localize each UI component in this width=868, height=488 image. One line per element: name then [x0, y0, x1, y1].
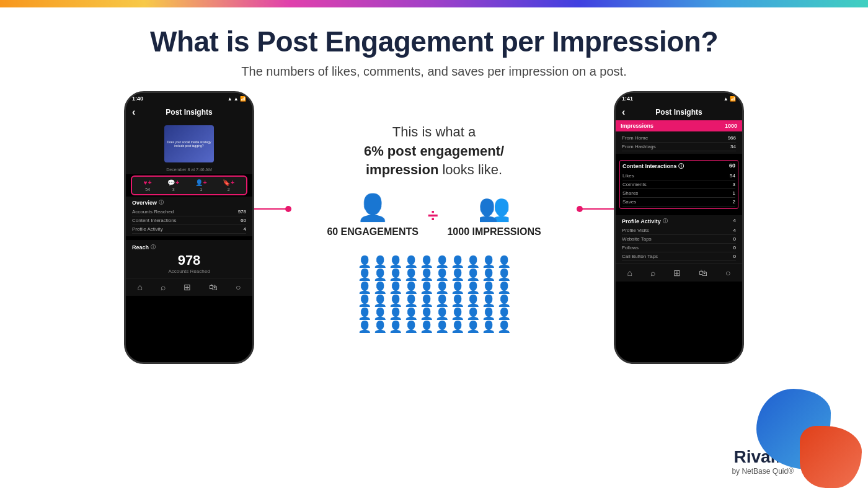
person-grid-icon-27: 👤	[466, 282, 480, 293]
stat-label-accounts: Accounts Reached	[132, 209, 174, 215]
right-time: 1:41	[622, 95, 633, 102]
content-interactions-value: 60	[729, 162, 735, 171]
person-grid-icon-6: 👤	[451, 256, 464, 267]
post-date: December 8 at 7:46 AM	[166, 167, 212, 172]
right-search-icon[interactable]: ⌕	[650, 268, 655, 278]
add-nav-icon[interactable]: ⊞	[184, 282, 191, 292]
saves-count: 2	[228, 187, 230, 192]
profile-nav-icon[interactable]: ○	[236, 282, 241, 292]
website-taps-value: 0	[733, 236, 736, 242]
right-home-icon[interactable]: ⌂	[627, 268, 632, 278]
stat-value-accounts: 978	[238, 209, 246, 215]
person-grid-icon-20: 👤	[358, 282, 371, 293]
left-phone-screen: 1:40 ▲ ▲ 📶 ‹ Post Insights Does your soc…	[126, 93, 252, 362]
blob-red	[800, 426, 862, 488]
left-phone: 1:40 ▲ ▲ 📶 ‹ Post Insights Does your soc…	[124, 91, 254, 364]
person-grid-icon-49: 👤	[497, 308, 511, 319]
reach-label: Reach ⓘ	[132, 244, 246, 251]
person-grid-icon-37: 👤	[466, 295, 480, 306]
person-grid-icon-18: 👤	[482, 269, 495, 280]
person-grid-icon-57: 👤	[466, 321, 480, 332]
plus-icon3: +	[203, 179, 207, 186]
right-nav: ‹ Post Insights	[616, 104, 742, 120]
left-time: 1:40	[132, 95, 143, 102]
person-grid-icon-10: 👤	[358, 269, 371, 280]
content-interactions-header: Content Interactions ⓘ 60	[622, 162, 735, 171]
infographic-row: 👤 60 ENGAGEMENTS ÷ 👥 1000 IMPRESSIONS	[327, 192, 541, 237]
person-grid-icon-7: 👤	[466, 256, 480, 267]
person-grid-icon-34: 👤	[420, 295, 433, 306]
saves-label: Saves	[622, 199, 636, 205]
person-grid-icon-11: 👤	[373, 269, 387, 280]
connector-dot-left	[285, 206, 291, 212]
person-grid-icon-4: 👤	[420, 256, 433, 267]
right-phone: 1:41 ▲ 📶 ‹ Post Insights Impressions 100…	[614, 91, 744, 364]
call-button-value: 0	[733, 254, 736, 259]
shop-nav-icon[interactable]: 🛍	[209, 282, 218, 292]
from-hashtags-row: From Hashtags 34	[622, 143, 736, 151]
back-arrow-icon[interactable]: ‹	[132, 107, 135, 118]
person-grid-icon-31: 👤	[373, 295, 387, 306]
search-nav-icon[interactable]: ⌕	[161, 282, 166, 292]
eng-comments: 💬 + 3	[167, 179, 179, 192]
right-add-icon[interactable]: ⊞	[673, 268, 681, 278]
comments-count: 3	[172, 187, 175, 192]
reach-info-icon: ⓘ	[151, 244, 156, 251]
stat-value-profile: 4	[244, 226, 246, 232]
eng-saves: 🔖 + 2	[223, 179, 234, 192]
divider-symbol: ÷	[428, 205, 438, 226]
engagements-group: 👤 60 ENGAGEMENTS	[327, 192, 418, 237]
shares-value: 1	[733, 190, 735, 196]
top-gradient-bar	[0, 0, 868, 7]
reach-sub-label: Accounts Reached	[132, 268, 246, 274]
person-grid-icon-38: 👤	[482, 295, 495, 306]
person-grid-icon-21: 👤	[373, 282, 387, 293]
from-home-value: 966	[728, 135, 736, 141]
bookmark-icon: 🔖	[223, 179, 230, 186]
post-image: Does your social media strategy include …	[164, 125, 214, 162]
left-phone-container: 1:40 ▲ ▲ 📶 ‹ Post Insights Does your soc…	[124, 91, 254, 364]
impression-stats-section: From Home 966 From Hashtags 34	[616, 131, 742, 154]
profile-visits-row: Profile Visits 4	[622, 226, 736, 235]
person-grid-icon-35: 👤	[435, 295, 449, 306]
call-button-label: Call Button Taps	[622, 254, 658, 259]
person-grid-icon-8: 👤	[482, 256, 495, 267]
person-grid-icon-47: 👤	[466, 308, 480, 319]
person-pink-large-icon: 👤	[356, 192, 389, 223]
engagements-label: 60 ENGAGEMENTS	[327, 226, 418, 237]
right-phone-container: 1:41 ▲ 📶 ‹ Post Insights Impressions 100…	[614, 91, 744, 364]
shares-row: Shares 1	[622, 189, 735, 198]
center-content: This is what a 6% post engagement/ impre…	[291, 123, 577, 332]
from-hashtags-label: From Hashtags	[622, 144, 656, 149]
person-grid-icon-48: 👤	[482, 308, 495, 319]
person-grid-icon-2: 👤	[389, 256, 402, 267]
person-grid-icon-0: 👤	[358, 256, 371, 267]
person-grid-icon-25: 👤	[435, 282, 449, 293]
likes-row: Likes 54	[622, 172, 735, 180]
right-back-arrow-icon[interactable]: ‹	[622, 107, 625, 118]
left-bottom-nav: ⌂ ⌕ ⊞ 🛍 ○	[126, 278, 252, 296]
right-shop-icon[interactable]: 🛍	[699, 268, 707, 278]
profile-activity-label: Profile Activity ⓘ	[622, 218, 668, 224]
person-grid-icon-33: 👤	[404, 295, 418, 306]
plus-icon2: +	[175, 179, 179, 186]
stat-label-content: Content Interactions	[132, 218, 177, 223]
stat-row-content-interactions: Content Interactions 60	[132, 216, 246, 225]
likes-label: Likes	[622, 173, 634, 179]
profile-activity-header: Profile Activity ⓘ 4	[622, 218, 736, 226]
impressions-label: 1000 IMPRESSIONS	[447, 226, 541, 237]
stat-row-profile-activity: Profile Activity 4	[132, 225, 246, 234]
person-grid-icon-23: 👤	[404, 282, 418, 293]
eng-likes: ♥ + 54	[144, 179, 152, 192]
person-grid-icon-9: 👤	[497, 256, 511, 267]
follows-row: Follows 0	[622, 244, 736, 252]
main-heading: What is Post Engagement per Impression?	[0, 25, 868, 58]
person-grid-icon-13: 👤	[404, 269, 418, 280]
right-profile-icon[interactable]: ○	[725, 268, 730, 278]
description-bold: 6% post engagement/	[364, 143, 504, 159]
heart-icon: ♥	[144, 179, 148, 186]
call-button-row: Call Button Taps 0	[622, 252, 736, 261]
home-nav-icon[interactable]: ⌂	[138, 282, 143, 292]
right-status-bar: 1:41 ▲ 📶	[616, 93, 742, 104]
likes-count: 54	[145, 187, 150, 192]
